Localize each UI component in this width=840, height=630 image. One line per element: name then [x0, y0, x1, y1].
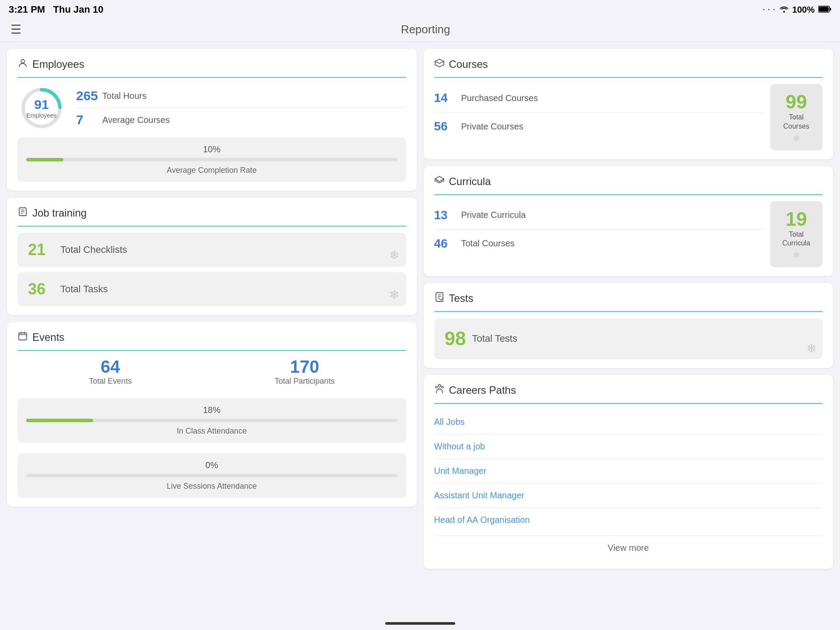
- checklist-bg-icon: ❄: [389, 248, 399, 262]
- courses-card: Courses 14 Purchased Courses 56 Private …: [424, 49, 833, 159]
- avg-courses-label: Average Courses: [102, 115, 170, 125]
- wifi-icon: [779, 5, 789, 15]
- status-right: · · · 100%: [763, 5, 831, 15]
- total-participants-label: Total Participants: [275, 377, 335, 386]
- svg-point-20: [442, 386, 443, 388]
- employee-stats: 265 Total Hours 7 Average Courses: [76, 84, 406, 132]
- career-paths-icon: [434, 384, 445, 397]
- total-tasks-label: Total Tasks: [60, 284, 108, 295]
- total-checklists-item[interactable]: 21 Total Checklists ❄: [17, 233, 406, 267]
- completion-bar-track: [26, 158, 397, 161]
- total-tasks-item[interactable]: 36 Total Tasks ❄: [17, 272, 406, 306]
- curricula-total-courses-row: 46 Total Courses: [434, 230, 763, 258]
- total-hours-row: 265 Total Hours: [76, 84, 406, 108]
- events-header: Events: [17, 331, 406, 351]
- employees-card: Employees 91 Employees 265 Tot: [7, 49, 417, 191]
- tasks-bg-icon: ❄: [389, 287, 399, 302]
- purchased-courses-label: Purchased Courses: [461, 93, 538, 103]
- courses-icon: [434, 58, 445, 71]
- events-icon: [17, 331, 28, 344]
- courses-total-badge: 99 TotalCourses ❄: [770, 84, 823, 150]
- courses-body: 14 Purchased Courses 56 Private Courses …: [434, 84, 823, 150]
- curricula-total-courses-number: 46: [434, 237, 456, 251]
- employees-header: Employees: [17, 58, 406, 78]
- in-class-bar-track: [26, 419, 397, 422]
- career-paths-header: Careers Paths: [434, 384, 823, 404]
- in-class-bar-fill: [26, 419, 93, 422]
- page-title: Reporting: [21, 23, 830, 36]
- courses-header: Courses: [434, 58, 823, 78]
- courses-total-label: TotalCourses: [783, 113, 809, 131]
- job-training-items: 21 Total Checklists ❄ 36 Total Tasks ❄: [17, 233, 406, 306]
- courses-title: Courses: [449, 58, 488, 70]
- tests-header: Tests: [434, 292, 823, 312]
- right-panel: Courses 14 Purchased Courses 56 Private …: [424, 49, 833, 610]
- job-training-card: Job training 21 Total Checklists ❄ 36 To…: [7, 198, 417, 315]
- private-courses-number: 56: [434, 119, 456, 133]
- svg-rect-2: [819, 7, 829, 11]
- employee-count-label: Employees: [26, 112, 56, 119]
- career-paths-card: Careers Paths All Jobs Without a job Uni…: [424, 375, 833, 569]
- job-training-title: Job training: [32, 207, 87, 219]
- donut-center: 91 Employees: [26, 97, 56, 119]
- battery-label: 100%: [792, 5, 815, 15]
- total-events-label: Total Events: [89, 377, 132, 386]
- bottom-bar: [0, 617, 840, 630]
- events-title: Events: [32, 331, 64, 343]
- status-bar: 3:21 PM Thu Jan 10 · · · 100%: [0, 0, 840, 18]
- completion-rate-section: 10% Average Completion Rate: [17, 137, 406, 182]
- total-hours-number: 265: [76, 88, 98, 103]
- career-link-all-jobs[interactable]: All Jobs: [434, 410, 823, 434]
- live-sessions-label: Live Sessions Attendance: [26, 482, 397, 491]
- svg-point-18: [438, 385, 441, 387]
- in-class-percent: 18%: [26, 405, 397, 415]
- avg-courses-number: 7: [76, 112, 98, 127]
- tests-bg-icon: ❄: [806, 341, 816, 356]
- employees-icon: [17, 58, 28, 71]
- curricula-card: Curricula 13 Private Curricula 46 Total …: [424, 166, 833, 276]
- live-sessions-section: 0% Live Sessions Attendance: [17, 453, 406, 498]
- purchased-courses-row: 14 Purchased Courses: [434, 84, 763, 112]
- total-events-number: 64: [89, 357, 132, 377]
- svg-rect-10: [19, 333, 27, 340]
- courses-total-number: 99: [786, 91, 807, 113]
- total-tasks-number: 36: [28, 280, 54, 298]
- menu-button[interactable]: ☰: [10, 24, 21, 36]
- tests-body: 98 Total Tests ❄: [434, 318, 823, 359]
- view-more-button[interactable]: View more: [434, 536, 823, 560]
- curricula-header: Curricula: [434, 175, 823, 195]
- job-training-header: Job training: [17, 206, 406, 227]
- total-hours-label: Total Hours: [102, 91, 146, 101]
- completion-percent: 10%: [26, 144, 397, 154]
- curricula-body: 13 Private Curricula 46 Total Courses 19…: [434, 201, 823, 268]
- career-link-without-job[interactable]: Without a job: [434, 434, 823, 459]
- in-class-attendance-section: 18% In Class Attendance: [17, 398, 406, 443]
- total-participants-item: 170 Total Participants: [275, 357, 335, 386]
- curricula-total-badge: 19 TotalCurricula ❄: [770, 201, 823, 268]
- curricula-badge-icon: ❄: [793, 250, 800, 260]
- battery-icon: [818, 5, 831, 15]
- curricula-total-label: TotalCurricula: [782, 230, 810, 248]
- total-events-item: 64 Total Events: [89, 357, 132, 386]
- career-link-unit-manager[interactable]: Unit Manager: [434, 459, 823, 483]
- home-indicator: [385, 622, 455, 625]
- curricula-total-courses-label: Total Courses: [461, 238, 515, 248]
- left-panel: Employees 91 Employees 265 Tot: [7, 49, 417, 610]
- main-content: Employees 91 Employees 265 Tot: [0, 42, 840, 617]
- signal-icon: · · ·: [763, 6, 775, 13]
- employees-donut: 91 Employees: [17, 84, 66, 132]
- courses-list: 14 Purchased Courses 56 Private Courses: [434, 84, 763, 150]
- svg-point-3: [21, 60, 24, 63]
- total-participants-number: 170: [275, 357, 335, 377]
- career-link-head-of-aa[interactable]: Head of AA Organisation: [434, 508, 823, 532]
- career-links-list: All Jobs Without a job Unit Manager Assi…: [434, 410, 823, 532]
- live-sessions-percent: 0%: [26, 460, 397, 470]
- completion-label: Average Completion Rate: [26, 166, 397, 175]
- tests-title: Tests: [449, 292, 474, 304]
- employee-count: 91: [26, 97, 56, 112]
- career-link-assistant-unit-manager[interactable]: Assistant Unit Manager: [434, 483, 823, 508]
- employees-title: Employees: [32, 58, 84, 70]
- total-checklists-label: Total Checklists: [60, 244, 127, 256]
- curricula-list: 13 Private Curricula 46 Total Courses: [434, 201, 763, 268]
- status-time-date: 3:21 PM Thu Jan 10: [9, 4, 103, 15]
